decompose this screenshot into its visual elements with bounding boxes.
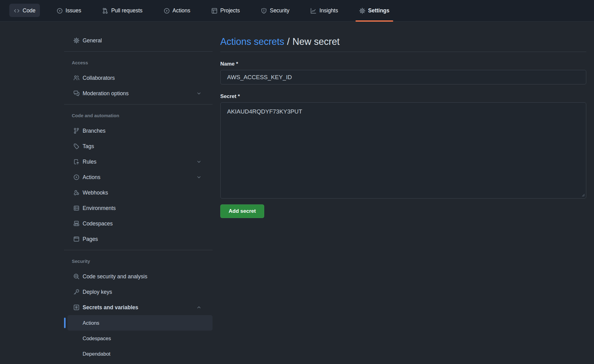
play-icon: [164, 8, 170, 14]
git-pull-request-icon: [102, 8, 108, 14]
codescan-icon: [73, 273, 80, 280]
nav-tab-settings[interactable]: Settings: [355, 0, 394, 21]
breadcrumb-separator: /: [287, 36, 290, 47]
sidebar-item-actions[interactable]: Actions: [64, 169, 213, 185]
sidebar-item-secrets-and-variables[interactable]: Secrets and variables: [64, 300, 213, 315]
sidebar-item-label: Webhooks: [83, 190, 108, 196]
sidebar-item-label: General: [83, 37, 102, 44]
sidebar-divider: [64, 104, 213, 105]
browser-icon: [73, 236, 80, 242]
comment-discussion-icon: [73, 90, 80, 96]
nav-tab-actions[interactable]: Actions: [159, 0, 195, 21]
chevron-down-icon[interactable]: [196, 159, 203, 164]
sidebar-section-header-access: Access: [64, 55, 213, 70]
chevron-down-icon[interactable]: [196, 175, 203, 180]
add-secret-button[interactable]: Add secret: [220, 204, 264, 218]
asterisk-icon: [73, 304, 80, 310]
git-branch-icon: [73, 128, 80, 134]
heading-divider: [220, 52, 586, 52]
key-icon: [73, 289, 80, 295]
sidebar-section-header-code-automation: Code and automation: [64, 108, 213, 123]
breadcrumb-link-actions-secrets[interactable]: Actions secrets: [220, 36, 284, 47]
nav-tab-label: Actions: [173, 7, 190, 14]
sidebar-item-label: Moderation options: [83, 90, 129, 97]
nav-tab-label: Insights: [319, 7, 338, 14]
sidebar-item-label: Tags: [83, 143, 94, 150]
nav-tab-label: Code: [23, 7, 36, 14]
resize-handle-icon[interactable]: [581, 193, 585, 197]
sidebar-item-label: Branches: [83, 128, 105, 134]
sidebar-item-label: Codespaces: [83, 221, 113, 227]
sidebar-subitem-label: Actions: [83, 320, 99, 326]
sidebar-item-label: Code security and analysis: [83, 273, 147, 280]
nav-tab-insights[interactable]: Insights: [306, 0, 342, 21]
sidebar-subitem-actions[interactable]: Actions: [67, 315, 213, 331]
breadcrumb-current: New secret: [292, 36, 340, 47]
sidebar-item-webhooks[interactable]: Webhooks: [64, 185, 213, 200]
sidebar-item-deploy-keys[interactable]: Deploy keys: [64, 284, 213, 300]
name-field-label: Name *: [220, 61, 586, 67]
secret-value-textarea[interactable]: AKIAUD4RQDYF73KY3PUT: [220, 102, 586, 199]
play-icon: [73, 174, 80, 180]
new-secret-panel: Actions secrets/New secret Name * Secret…: [220, 22, 586, 218]
sidebar-item-label: Pages: [83, 236, 98, 242]
sidebar-item-rules[interactable]: Rules: [64, 154, 213, 169]
nav-tab-security[interactable]: Security: [256, 0, 294, 21]
sidebar-item-label: Actions: [83, 174, 100, 181]
nav-tab-projects[interactable]: Projects: [207, 0, 244, 21]
code-icon: [14, 8, 20, 14]
sidebar-subitem-label: Codespaces: [83, 336, 111, 341]
settings-sidebar: General Access Collaborators Moderation …: [64, 22, 213, 362]
nav-tab-issues[interactable]: Issues: [52, 0, 86, 21]
shield-icon: [261, 8, 267, 14]
repo-push-icon: [73, 159, 80, 165]
sidebar-item-pages[interactable]: Pages: [64, 231, 213, 247]
codespaces-icon: [73, 221, 80, 227]
sidebar-section-header-security: Security: [64, 253, 213, 269]
server-icon: [73, 205, 80, 211]
issue-opened-icon: [57, 8, 63, 14]
graph-icon: [310, 8, 316, 14]
secret-name-input[interactable]: [220, 70, 586, 84]
sidebar-item-moderation-options[interactable]: Moderation options: [64, 86, 213, 101]
sidebar-item-branches[interactable]: Branches: [64, 123, 213, 139]
secret-field-label: Secret *: [220, 93, 586, 100]
sidebar-divider: [64, 250, 213, 250]
sidebar-item-label: Deploy keys: [83, 289, 112, 295]
tag-icon: [73, 143, 80, 149]
nav-tab-pull-requests[interactable]: Pull requests: [98, 0, 147, 21]
sidebar-item-tags[interactable]: Tags: [64, 139, 213, 154]
sidebar-subitem-label: Dependabot: [83, 351, 110, 357]
nav-tab-label: Settings: [368, 7, 390, 14]
table-icon: [211, 8, 217, 14]
people-icon: [73, 75, 80, 81]
sidebar-item-environments[interactable]: Environments: [64, 200, 213, 216]
sidebar-item-label: Collaborators: [83, 75, 115, 81]
sidebar-subitem-dependabot[interactable]: Dependabot: [67, 346, 213, 362]
sidebar-item-label: Secrets and variables: [83, 304, 138, 311]
sidebar-item-label: Rules: [83, 159, 97, 165]
sidebar-subitem-codespaces[interactable]: Codespaces: [67, 331, 213, 346]
nav-tab-code[interactable]: Code: [9, 0, 40, 21]
nav-tab-label: Projects: [220, 7, 240, 14]
sidebar-divider: [64, 51, 213, 52]
gear-icon: [359, 8, 365, 14]
sidebar-item-general[interactable]: General: [64, 33, 213, 48]
sidebar-item-label: Environments: [83, 205, 116, 212]
sidebar-item-codespaces[interactable]: Codespaces: [64, 216, 213, 231]
repo-tab-bar: Code Issues Pull requests Actions Projec…: [0, 0, 594, 22]
secret-value-wrap: AKIAUD4RQDYF73KY3PUT: [220, 102, 586, 199]
nav-tab-label: Issues: [66, 7, 81, 14]
nav-tab-label: Pull requests: [111, 7, 142, 14]
nav-tab-label: Security: [270, 7, 289, 14]
chevron-up-icon[interactable]: [196, 305, 203, 310]
sidebar-item-collaborators[interactable]: Collaborators: [64, 70, 213, 86]
gear-icon: [73, 37, 80, 44]
sidebar-item-code-security[interactable]: Code security and analysis: [64, 269, 213, 284]
page-title: Actions secrets/New secret: [220, 36, 586, 47]
chevron-down-icon[interactable]: [196, 91, 203, 96]
webhook-icon: [73, 190, 80, 196]
